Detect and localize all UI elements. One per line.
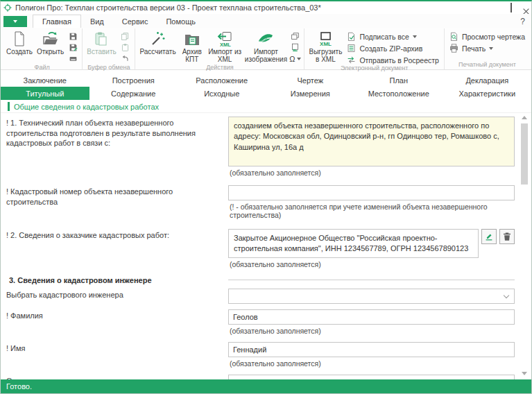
help-button[interactable]: ? bbox=[520, 17, 525, 28]
tab-kharakteristiki[interactable]: Характеристики bbox=[443, 87, 532, 100]
drive-icon bbox=[69, 54, 78, 63]
field5-label: ! Фамилия bbox=[6, 309, 228, 335]
send-arrows-icon bbox=[347, 55, 356, 65]
import-image-button[interactable]: Импорт изображения bbox=[243, 28, 288, 63]
window-title: Полигон Про: Техплан строительства верси… bbox=[15, 3, 321, 12]
group-label-actions: Действия bbox=[137, 64, 302, 72]
xml-small-icon bbox=[291, 43, 300, 52]
group-label-edoc: Электронный документ bbox=[307, 65, 441, 73]
save-as-button[interactable] bbox=[66, 42, 80, 53]
document-section-tabs: Заключение Построения Расположение Черте… bbox=[1, 74, 531, 100]
field2-hint: (! - обязательно заполняется при учете и… bbox=[228, 200, 515, 219]
sign-all-button[interactable]: Подписать все bbox=[347, 32, 439, 41]
pencil-edit-icon bbox=[484, 232, 494, 241]
cascade-windows-button[interactable] bbox=[288, 31, 302, 42]
tab-pomosch[interactable]: Помощь bbox=[157, 15, 205, 28]
xml-box-icon: XML bbox=[317, 31, 334, 47]
preview-drawing-button[interactable]: Просмотр чертежа bbox=[449, 32, 525, 41]
field3-hint: (обязательно заполняется) bbox=[228, 258, 515, 268]
edit-customer-button[interactable] bbox=[481, 229, 497, 244]
patronymic-input[interactable] bbox=[228, 375, 515, 379]
tab-postroeniya[interactable]: Построения bbox=[89, 74, 178, 87]
open-folder-icon bbox=[42, 31, 59, 47]
open-button[interactable]: Открыть bbox=[35, 28, 66, 55]
paste-button[interactable]: Вставить bbox=[85, 28, 118, 55]
subsection-link[interactable]: Общие сведения о кадастровых работах bbox=[14, 103, 159, 111]
tab-raspolozhenie[interactable]: Расположение bbox=[178, 74, 266, 87]
archive-kpt-button[interactable]: Архив КПТ bbox=[178, 28, 206, 63]
copy-icon bbox=[121, 32, 130, 41]
scroll-up-arrow-icon[interactable] bbox=[522, 116, 527, 119]
sign-document-icon bbox=[347, 32, 356, 41]
tab-deklaratsiya[interactable]: Декларация bbox=[443, 74, 532, 87]
chevron-down-icon bbox=[504, 292, 509, 298]
surname-input[interactable] bbox=[228, 309, 515, 325]
chevron-down-icon bbox=[13, 20, 17, 23]
tab-plan[interactable]: План bbox=[354, 74, 443, 87]
active-marker bbox=[8, 102, 10, 111]
calculate-button[interactable]: Рассчитать bbox=[137, 28, 178, 55]
image-swoosh-icon bbox=[257, 31, 274, 47]
group-edoc: XML Выгрузить в XML Подписать все bbox=[304, 28, 444, 69]
title-bar: Полигон Про: Техплан строительства верси… bbox=[1, 1, 531, 14]
field7-label: Отчество bbox=[6, 375, 228, 379]
copy-special-button[interactable] bbox=[119, 42, 132, 53]
export-xml-button[interactable]: XML Выгрузить в XML bbox=[307, 28, 344, 63]
cadastral-number-input[interactable] bbox=[228, 185, 515, 200]
maximize-button[interactable] bbox=[510, 3, 512, 12]
vertical-scrollbar[interactable] bbox=[520, 114, 529, 377]
tab-vid[interactable]: Вид bbox=[81, 15, 113, 28]
app-logo-icon bbox=[3, 3, 12, 12]
import-xml-icon: XML bbox=[216, 31, 233, 47]
scroll-down-arrow-icon[interactable] bbox=[522, 372, 527, 375]
field3-label: ! 2. Сведения о заказчике кадастровых ра… bbox=[6, 229, 228, 268]
scrollbar-thumb[interactable] bbox=[521, 123, 528, 185]
paste-icon bbox=[93, 31, 110, 47]
svg-text:XML: XML bbox=[320, 41, 332, 47]
tab-mestopolozhenie[interactable]: Местоположение bbox=[354, 87, 443, 100]
zip-archive-icon bbox=[347, 44, 356, 53]
save-button[interactable] bbox=[66, 31, 80, 42]
svg-text:XML: XML bbox=[220, 42, 231, 48]
cascade-windows-icon bbox=[291, 32, 300, 41]
customer-textarea[interactable]: Закрытое Акционерное Общество "Российска… bbox=[228, 229, 479, 258]
field4-label: Выбрать кадастрового инженера bbox=[6, 289, 228, 304]
close-document-button[interactable] bbox=[66, 53, 80, 64]
file-menu-button[interactable] bbox=[3, 16, 27, 27]
tab-izmereniya[interactable]: Измерения bbox=[266, 87, 355, 100]
copy-button[interactable] bbox=[119, 31, 132, 42]
omega-button[interactable]: Ω bbox=[288, 53, 302, 64]
chevron-down-icon bbox=[413, 35, 417, 38]
trash-icon bbox=[502, 232, 512, 241]
xml-small-button[interactable] bbox=[288, 42, 302, 53]
create-button[interactable]: Создать bbox=[4, 28, 35, 55]
group-label-print: Печатный документ bbox=[447, 61, 528, 69]
omega-icon: Ω bbox=[289, 55, 295, 63]
group-actions: Рассчитать Архив КПТ XML bbox=[135, 28, 304, 69]
field6-label: ! Имя bbox=[6, 342, 228, 368]
chevron-down-icon bbox=[489, 47, 493, 50]
zip-archive-button[interactable]: Создать ZIP-архив bbox=[347, 44, 439, 53]
engineer-select[interactable] bbox=[228, 289, 515, 304]
delete-customer-button[interactable] bbox=[499, 229, 515, 244]
undo-button[interactable] bbox=[119, 53, 132, 64]
tab-zaklyuchenie[interactable]: Заключение bbox=[1, 74, 89, 87]
group-label-clipboard: Буфер обмена bbox=[85, 64, 132, 72]
name-input[interactable] bbox=[228, 342, 515, 357]
tab-titulny[interactable]: Титульный bbox=[1, 87, 89, 100]
print-button[interactable]: Печать bbox=[449, 44, 525, 53]
tab-glavnaya[interactable]: Главная bbox=[33, 15, 81, 28]
send-rosreestr-button[interactable]: Отправить в Росреестр bbox=[347, 55, 439, 65]
tab-soderzhanie[interactable]: Содержание bbox=[89, 87, 178, 100]
group-label-file: Файл bbox=[4, 64, 80, 72]
tab-chertezh[interactable]: Чертеж bbox=[266, 74, 355, 87]
app-window: Полигон Про: Техплан строительства верси… bbox=[0, 0, 532, 394]
undo-icon bbox=[121, 54, 130, 63]
chevron-down-icon bbox=[297, 58, 301, 60]
save-as-icon bbox=[69, 43, 78, 52]
tab-iskhodnye[interactable]: Исходные bbox=[178, 87, 266, 100]
import-xml-button[interactable]: XML Импорт из XML bbox=[206, 28, 244, 63]
subsection-header: Общие сведения о кадастровых работах bbox=[1, 101, 531, 112]
tab-servis[interactable]: Сервис bbox=[113, 15, 157, 28]
field1-textarea[interactable]: созданием объекта незавершенного строите… bbox=[228, 117, 515, 166]
